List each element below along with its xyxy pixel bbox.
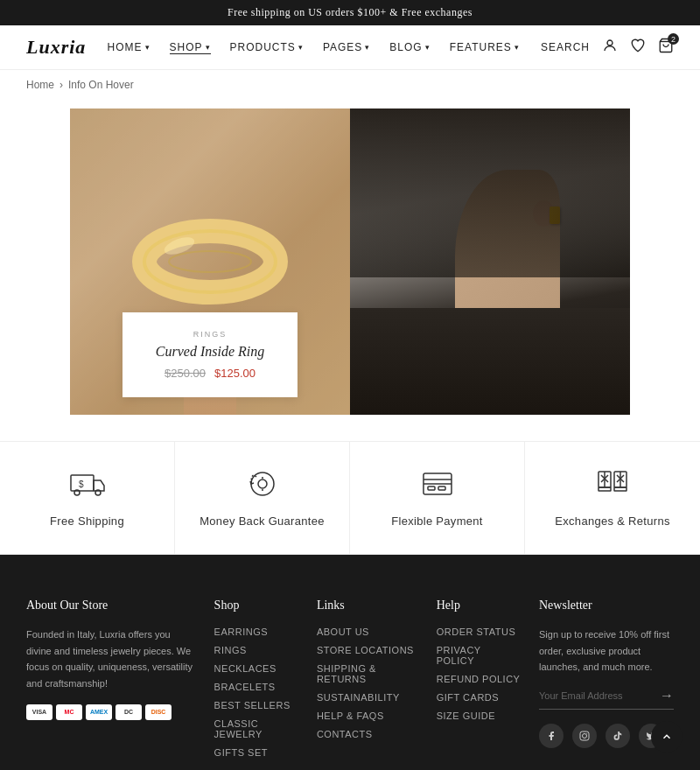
main-nav: HOME ▾ SHOP ▾ PRODUCTS ▾ PAGES ▾ BLOG ▾ … [108,41,520,54]
shop-link-bestsellers[interactable]: BEST SELLERS [214,700,299,710]
instagram-icon[interactable] [572,724,597,748]
feature-money-back: Money Back Guarantee [175,442,350,554]
price-sale: $125.00 [214,367,256,380]
breadcrumb-home[interactable]: Home [26,79,54,91]
svg-point-0 [607,40,612,46]
cart-count: 2 [668,33,679,45]
footer-about: About Our Store Founded in Italy, Luxria… [26,598,197,766]
nav-shop[interactable]: SHOP ▾ [170,41,211,54]
product-category: RINGS [149,330,271,339]
chevron-down-icon: ▾ [514,43,520,52]
account-button[interactable] [602,38,618,57]
price-original: $250.00 [164,367,206,380]
footer-about-text: Founded in Italy, Luxria offers you divi… [26,626,197,692]
newsletter-input-row: → [539,688,674,710]
footer-help-title: Help [437,598,522,612]
tiktok-icon[interactable] [606,724,630,748]
wishlist-button[interactable] [630,38,646,57]
shop-link-earrings[interactable]: EARRINGS [214,626,299,637]
top-banner: Free shipping on US orders $100+ & Free … [0,0,700,25]
shop-link-rings[interactable]: RINGS [214,645,299,655]
header: Luxria HOME ▾ SHOP ▾ PRODUCTS ▾ PAGES ▾ … [0,25,700,70]
feature-flexible-payment: Flexible Payment [350,442,525,554]
product-card-ring[interactable]: RINGS Curved Inside Ring $250.00 $125.00 [70,108,350,415]
chevron-down-icon: ▾ [206,43,211,52]
mc-icon: MC [56,704,82,720]
newsletter-email-input[interactable] [539,690,660,701]
breadcrumb-separator: › [60,79,63,91]
payment-icons: VISA MC AMEX DC DISC [26,704,197,720]
link-sustainability[interactable]: SUSTAINABILITY [317,692,419,703]
shipping-icon: $ [69,468,106,506]
svg-point-10 [251,472,274,495]
disc-icon: DISC [145,704,172,720]
link-store-locations[interactable]: STORE LOCATIONS [317,645,419,655]
nav-home[interactable]: HOME ▾ [108,41,150,53]
help-privacy-policy[interactable]: PRIVACY POLICY [437,645,522,666]
svg-text:$: $ [79,480,84,489]
svg-rect-22 [580,732,589,740]
newsletter-submit-button[interactable]: → [660,688,674,704]
logo[interactable]: Luxria [26,36,86,59]
payment-icon [419,468,456,506]
chevron-down-icon: ▾ [145,43,150,52]
svg-point-24 [586,733,587,734]
banner-text: Free shipping on US orders $100+ & Free … [228,6,472,18]
product-name: Curved Inside Ring [149,344,271,360]
svg-rect-14 [428,486,435,490]
link-contacts[interactable]: CONTACTS [317,729,419,739]
help-refund-policy[interactable]: REFUND POLICY [437,674,522,684]
ring-svg [131,209,289,314]
product-card-earring[interactable] [350,108,630,415]
footer-links-title: Links [317,598,419,612]
exchange-icon [594,468,631,506]
product-grid: RINGS Curved Inside Ring $250.00 $125.00 [0,108,700,415]
account-icon [602,38,618,53]
nav-blog[interactable]: BLOG ▾ [389,41,430,53]
chevron-down-icon: ▾ [365,43,370,52]
link-about-us[interactable]: ABOUT US [317,626,419,637]
cart-button[interactable]: 2 [658,38,674,57]
footer-newsletter-title: Newsletter [539,598,674,612]
shop-link-gifts[interactable]: GIFTS SET [214,747,299,758]
footer-about-title: About Our Store [26,598,197,612]
feature-exchanges: Exchanges & Returns [525,442,700,554]
product-prices: $250.00 $125.00 [149,367,271,380]
svg-rect-20 [598,487,611,491]
footer-shop: Shop EARRINGS RINGS NECKLACES BRACELETS … [214,598,299,766]
shop-link-necklaces[interactable]: NECKLACES [214,663,299,674]
feature-moneyback-label: Money Back Guarantee [200,514,325,528]
help-size-guide[interactable]: SIZE GUIDE [437,710,522,721]
link-help-faqs[interactable]: HELP & FAQS [317,710,419,721]
shop-link-classic[interactable]: CLASSIC JEWELRY [214,718,299,739]
header-icons: SEARCH 2 [541,38,674,57]
footer-shop-title: Shop [214,598,299,612]
help-gift-cards[interactable]: GIFT CARDS [437,692,522,703]
breadcrumb-current: Info On Hover [68,79,134,91]
moneyback-icon [244,468,281,506]
svg-rect-15 [438,486,445,490]
scroll-top-button[interactable] [651,721,682,752]
nav-features[interactable]: FEATURES ▾ [450,41,520,53]
footer-help: Help ORDER STATUS PRIVACY POLICY REFUND … [437,598,522,766]
dc-icon: DC [116,704,142,720]
facebook-icon[interactable] [539,724,564,748]
breadcrumb: Home › Info On Hover [0,70,700,100]
shop-link-bracelets[interactable]: BRACELETS [214,682,299,692]
nav-products[interactable]: PRODUCTS ▾ [230,41,304,53]
footer: About Our Store Founded in Italy, Luxria… [0,555,700,770]
footer-grid: About Our Store Founded in Italy, Luxria… [26,598,674,766]
earring-background [350,108,630,415]
search-button[interactable]: SEARCH [541,41,590,53]
footer-links: Links ABOUT US STORE LOCATIONS SHIPPING … [317,598,419,766]
product-info-card: RINGS Curved Inside Ring $250.00 $125.00 [122,312,298,397]
help-order-status[interactable]: ORDER STATUS [437,626,522,637]
feature-payment-label: Flexible Payment [391,514,483,528]
nav-pages[interactable]: PAGES ▾ [323,41,370,53]
features-bar: $ Free Shipping Money Back Guarantee [0,441,700,555]
feature-exchanges-label: Exchanges & Returns [555,514,669,528]
link-shipping-returns[interactable]: SHIPPING & RETURNS [317,663,419,684]
amex-icon: AMEX [86,704,112,720]
heart-icon [630,38,646,53]
visa-icon: VISA [26,704,52,720]
